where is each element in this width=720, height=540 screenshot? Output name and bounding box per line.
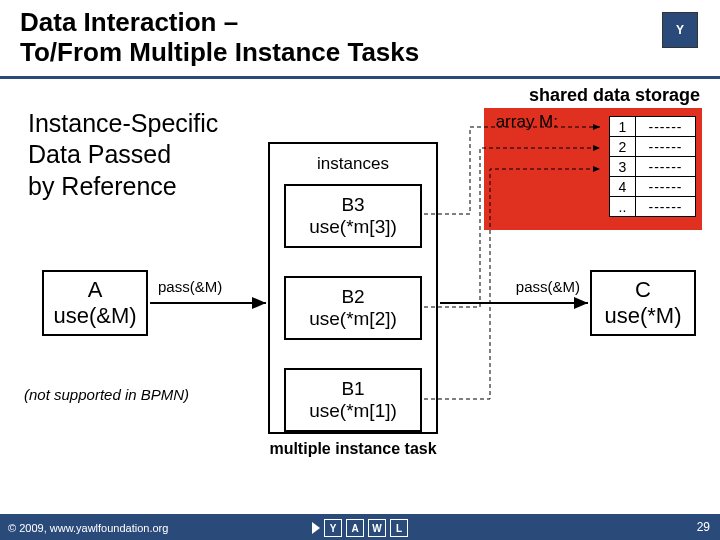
- play-icon: [312, 522, 320, 534]
- title-line2: To/From Multiple Instance Tasks: [20, 37, 419, 67]
- instance-b1: B1 use(*m[1]): [284, 368, 422, 432]
- table-row: ..------: [610, 197, 696, 217]
- pass-right-label: pass(&M): [516, 278, 580, 295]
- instance-b3: B3 use(*m[3]): [284, 184, 422, 248]
- multiple-instance-container: instances B3 use(*m[3]) B2 use(*m[2]) B1…: [268, 142, 438, 434]
- shared-storage-label: shared data storage: [529, 85, 700, 106]
- bpmn-note: (not supported in BPMN): [24, 386, 189, 403]
- table-row: 2------: [610, 137, 696, 157]
- slide-title: Data Interaction – To/From Multiple Inst…: [20, 8, 520, 68]
- instance-b2: B2 use(*m[2]): [284, 276, 422, 340]
- copyright: © 2009, www.yawlfoundation.org: [8, 522, 168, 534]
- table-row: 4------: [610, 177, 696, 197]
- table-row: 1------: [610, 117, 696, 137]
- yawl-logo-icon: Y: [662, 12, 698, 48]
- array-label: array M:: [496, 112, 558, 132]
- task-c: C use(*M): [590, 270, 696, 336]
- instances-label: instances: [270, 154, 436, 174]
- footer-logo-icon: Y A W L: [312, 519, 408, 537]
- title-line1: Data Interaction –: [20, 7, 238, 37]
- table-row: 3------: [610, 157, 696, 177]
- array-table: 1------ 2------ 3------ 4------ ..------: [609, 116, 696, 217]
- mi-caption: multiple instance task: [250, 440, 456, 458]
- title-underline: [0, 76, 720, 79]
- pass-left-label: pass(&M): [158, 278, 222, 295]
- subtitle: Instance-Specific Data Passed by Referen…: [28, 108, 218, 202]
- page-number: 29: [697, 520, 710, 534]
- task-a: A use(&M): [42, 270, 148, 336]
